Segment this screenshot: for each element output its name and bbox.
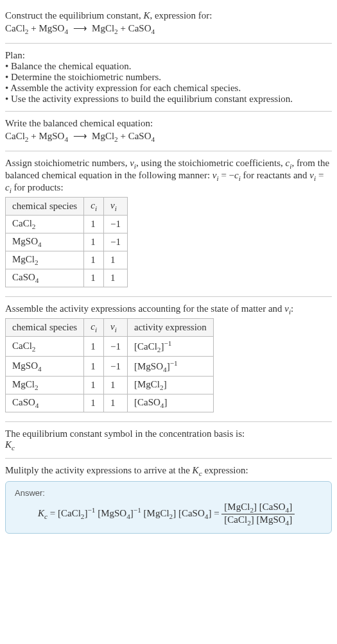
cell-nui: −1 [104,357,128,377]
col-header: νi [104,319,128,337]
cell-ci: 1 [84,269,104,287]
multiply-block: Mulitply the activity expressions to arr… [5,461,332,538]
cell-nui: −1 [104,233,128,251]
table-row: CaCl2 1 −1 [CaCl2]−1 [6,337,214,357]
answer-expression: Kc = [CaCl2]−1 [MgSO4]−1 [MgCl2] [CaSO4]… [15,502,322,527]
table-row: CaSO4 1 1 [6,269,128,287]
col-header: chemical species [6,198,84,216]
plan-item: • Balance the chemical equation. [5,61,332,72]
table-row: MgCl2 1 1 [6,251,128,269]
cell-species: CaCl2 [6,337,84,357]
cell-species: CaSO4 [6,394,84,412]
prompt-title: Construct the equilibrium constant, K, e… [5,10,332,21]
plan-item: • Assemble the activity expression for e… [5,83,332,94]
activity-table: chemical species ci νi activity expressi… [5,318,214,412]
col-header: activity expression [127,319,213,337]
cell-activity: [MgSO4]−1 [127,357,213,377]
cell-nui: 1 [104,394,128,412]
cell-species: CaCl2 [6,216,84,233]
table-row: MgSO4 1 −1 [MgSO4]−1 [6,357,214,377]
activity-block: Assemble the activity expressions accoun… [5,300,332,419]
cell-ci: 1 [84,357,104,377]
activity-heading: Assemble the activity expressions accoun… [5,303,332,316]
cell-species: MgCl2 [6,377,84,394]
answer-box: Answer: Kc = [CaCl2]−1 [MgSO4]−1 [MgCl2]… [5,481,332,534]
cell-ci: 1 [84,377,104,394]
table-row: CaSO4 1 1 [CaSO4] [6,394,214,412]
table-header-row: chemical species ci νi [6,198,128,216]
cell-ci: 1 [84,394,104,412]
plan-block: Plan: • Balance the chemical equation. •… [5,46,332,108]
cell-activity: [CaCl2]−1 [127,337,213,357]
plan-item: • Use the activity expressions to build … [5,94,332,105]
cell-activity: [MgCl2] [127,377,213,394]
cell-nui: 1 [104,377,128,394]
cell-ci: 1 [84,216,104,233]
cell-nui: −1 [104,337,128,357]
col-header: ci [84,319,104,337]
col-header: chemical species [6,319,84,337]
divider [5,111,332,112]
plan-heading: Plan: [5,50,332,61]
cell-species: MgSO4 [6,233,84,251]
plan-item: • Determine the stoichiometric numbers. [5,72,332,83]
cell-species: MgCl2 [6,251,84,269]
symbol-block: The equilibrium constant symbol in the c… [5,425,332,455]
balanced-heading: Write the balanced chemical equation: [5,118,332,129]
cell-ci: 1 [84,233,104,251]
divider [5,421,332,422]
col-header: ci [84,198,104,216]
prompt-block: Construct the equilibrium constant, K, e… [5,5,332,40]
cell-species: CaSO4 [6,269,84,287]
balanced-equation: CaCl2 + MgSO4 ⟶ MgCl2 + CaSO4 [5,130,332,143]
answer-fraction: [MgCl2] [CaSO4] [CaCl2] [MgSO4] [221,502,295,527]
cell-species: MgSO4 [6,357,84,377]
divider [5,296,332,297]
divider [5,43,332,44]
cell-nui: 1 [104,269,128,287]
answer-label: Answer: [15,488,322,498]
col-header: νi [104,198,128,216]
balanced-block: Write the balanced chemical equation: Ca… [5,114,332,148]
stoich-text: Assign stoichiometric numbers, νi, using… [5,158,332,194]
symbol-kc: Kc [5,439,332,452]
stoich-block: Assign stoichiometric numbers, νi, using… [5,154,332,294]
divider [5,458,332,459]
table-row: CaCl2 1 −1 [6,216,128,233]
table-row: MgSO4 1 −1 [6,233,128,251]
cell-nui: 1 [104,251,128,269]
symbol-text: The equilibrium constant symbol in the c… [5,428,332,439]
table-row: MgCl2 1 1 [MgCl2] [6,377,214,394]
divider [5,151,332,151]
stoich-table: chemical species ci νi CaCl2 1 −1 MgSO4 … [5,197,128,287]
fraction-denominator: [CaCl2] [MgSO4] [221,514,295,527]
table-header-row: chemical species ci νi activity expressi… [6,319,214,337]
unbalanced-equation: CaCl2 + MgSO4 ⟶ MgCl2 + CaSO4 [5,22,332,35]
multiply-text: Mulitply the activity expressions to arr… [5,465,332,477]
fraction-numerator: [MgCl2] [CaSO4] [221,502,295,514]
cell-nui: −1 [104,216,128,233]
cell-ci: 1 [84,251,104,269]
cell-activity: [CaSO4] [127,394,213,412]
cell-ci: 1 [84,337,104,357]
